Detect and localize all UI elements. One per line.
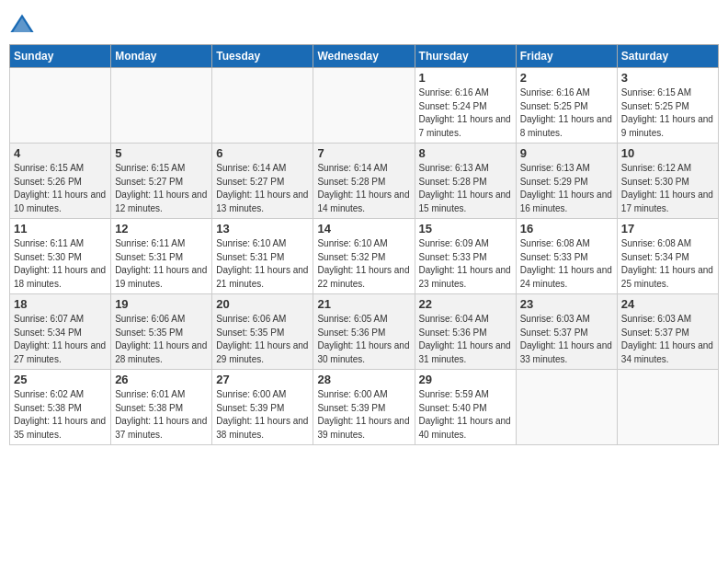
day-number: 18: [14, 297, 107, 311]
day-number: 3: [621, 71, 714, 85]
calendar-cell: 9Sunrise: 6:13 AMSunset: 5:29 PMDaylight…: [516, 144, 617, 219]
calendar-week-2: 11Sunrise: 6:11 AMSunset: 5:30 PMDayligh…: [10, 219, 719, 294]
header-thursday: Thursday: [415, 45, 516, 68]
day-number: 25: [14, 373, 107, 386]
calendar-cell: 18Sunrise: 6:07 AMSunset: 5:34 PMDayligh…: [10, 294, 111, 370]
day-number: 26: [115, 373, 208, 386]
calendar-cell: 28Sunrise: 6:00 AMSunset: 5:39 PMDayligh…: [313, 370, 415, 445]
day-number: 13: [216, 222, 309, 236]
sun-info: Sunrise: 6:14 AMSunset: 5:27 PMDaylight:…: [216, 162, 309, 215]
day-number: 23: [520, 297, 613, 311]
day-number: 16: [520, 222, 613, 236]
sun-info: Sunrise: 6:12 AMSunset: 5:30 PMDaylight:…: [621, 162, 714, 215]
logo-icon: [9, 13, 35, 39]
calendar-cell: 5Sunrise: 6:15 AMSunset: 5:27 PMDaylight…: [111, 144, 212, 219]
sun-info: Sunrise: 6:05 AMSunset: 5:36 PMDaylight:…: [317, 313, 410, 366]
day-number: 6: [216, 146, 309, 160]
day-number: 21: [317, 297, 410, 311]
calendar-cell: [212, 68, 313, 144]
calendar-cell: 14Sunrise: 6:10 AMSunset: 5:32 PMDayligh…: [313, 219, 415, 294]
day-number: 27: [216, 373, 309, 386]
day-number: 4: [14, 146, 107, 160]
calendar-cell: 3Sunrise: 6:15 AMSunset: 5:25 PMDaylight…: [617, 68, 718, 144]
calendar-week-1: 4Sunrise: 6:15 AMSunset: 5:26 PMDaylight…: [10, 144, 719, 219]
sun-info: Sunrise: 6:03 AMSunset: 5:37 PMDaylight:…: [621, 313, 714, 366]
sun-info: Sunrise: 6:13 AMSunset: 5:28 PMDaylight:…: [419, 162, 512, 215]
calendar-cell: [111, 68, 212, 144]
calendar-cell: 2Sunrise: 6:16 AMSunset: 5:25 PMDaylight…: [516, 68, 617, 144]
header-tuesday: Tuesday: [212, 45, 313, 68]
calendar-cell: 15Sunrise: 6:09 AMSunset: 5:33 PMDayligh…: [415, 219, 516, 294]
header-friday: Friday: [516, 45, 617, 68]
sun-info: Sunrise: 6:00 AMSunset: 5:39 PMDaylight:…: [317, 388, 410, 442]
day-number: 19: [115, 297, 208, 311]
calendar-cell: 4Sunrise: 6:15 AMSunset: 5:26 PMDaylight…: [10, 144, 111, 219]
sun-info: Sunrise: 6:00 AMSunset: 5:39 PMDaylight:…: [216, 388, 309, 442]
calendar-cell: 20Sunrise: 6:06 AMSunset: 5:35 PMDayligh…: [212, 294, 313, 370]
sun-info: Sunrise: 6:08 AMSunset: 5:34 PMDaylight:…: [621, 237, 714, 291]
sun-info: Sunrise: 6:11 AMSunset: 5:31 PMDaylight:…: [115, 237, 208, 291]
sun-info: Sunrise: 6:03 AMSunset: 5:37 PMDaylight:…: [520, 313, 613, 366]
calendar-cell: [313, 68, 415, 144]
sun-info: Sunrise: 5:59 AMSunset: 5:40 PMDaylight:…: [419, 388, 512, 442]
calendar-cell: 12Sunrise: 6:11 AMSunset: 5:31 PMDayligh…: [111, 219, 212, 294]
sun-info: Sunrise: 6:10 AMSunset: 5:32 PMDaylight:…: [317, 237, 410, 291]
calendar-week-0: 1Sunrise: 6:16 AMSunset: 5:24 PMDaylight…: [10, 68, 719, 144]
day-number: 14: [317, 222, 410, 236]
calendar-cell: 10Sunrise: 6:12 AMSunset: 5:30 PMDayligh…: [617, 144, 718, 219]
calendar-cell: 6Sunrise: 6:14 AMSunset: 5:27 PMDaylight…: [212, 144, 313, 219]
page-header: [9, 9, 719, 39]
calendar-cell: 1Sunrise: 6:16 AMSunset: 5:24 PMDaylight…: [415, 68, 516, 144]
calendar-cell: 29Sunrise: 5:59 AMSunset: 5:40 PMDayligh…: [415, 370, 516, 445]
calendar-table: SundayMondayTuesdayWednesdayThursdayFrid…: [9, 44, 719, 445]
calendar-cell: 23Sunrise: 6:03 AMSunset: 5:37 PMDayligh…: [516, 294, 617, 370]
sun-info: Sunrise: 6:14 AMSunset: 5:28 PMDaylight:…: [317, 162, 410, 215]
sun-info: Sunrise: 6:13 AMSunset: 5:29 PMDaylight:…: [520, 162, 613, 215]
calendar-cell: 27Sunrise: 6:00 AMSunset: 5:39 PMDayligh…: [212, 370, 313, 445]
sun-info: Sunrise: 6:11 AMSunset: 5:30 PMDaylight:…: [14, 237, 107, 291]
calendar-cell: 7Sunrise: 6:14 AMSunset: 5:28 PMDaylight…: [313, 144, 415, 219]
day-number: 15: [419, 222, 512, 236]
calendar-week-3: 18Sunrise: 6:07 AMSunset: 5:34 PMDayligh…: [10, 294, 719, 370]
sun-info: Sunrise: 6:15 AMSunset: 5:26 PMDaylight:…: [14, 162, 107, 215]
calendar-header-row: SundayMondayTuesdayWednesdayThursdayFrid…: [10, 45, 719, 68]
calendar-cell: 25Sunrise: 6:02 AMSunset: 5:38 PMDayligh…: [10, 370, 111, 445]
calendar-cell: [516, 370, 617, 445]
sun-info: Sunrise: 6:08 AMSunset: 5:33 PMDaylight:…: [520, 237, 613, 291]
day-number: 29: [419, 373, 512, 386]
day-number: 12: [115, 222, 208, 236]
day-number: 2: [520, 71, 613, 85]
sun-info: Sunrise: 6:06 AMSunset: 5:35 PMDaylight:…: [115, 313, 208, 366]
calendar-cell: 17Sunrise: 6:08 AMSunset: 5:34 PMDayligh…: [617, 219, 718, 294]
day-number: 8: [419, 146, 512, 160]
calendar-cell: [10, 68, 111, 144]
calendar-cell: 26Sunrise: 6:01 AMSunset: 5:38 PMDayligh…: [111, 370, 212, 445]
header-sunday: Sunday: [10, 45, 111, 68]
day-number: 22: [419, 297, 512, 311]
logo: [9, 13, 39, 39]
header-monday: Monday: [111, 45, 212, 68]
calendar-cell: 24Sunrise: 6:03 AMSunset: 5:37 PMDayligh…: [617, 294, 718, 370]
day-number: 1: [419, 71, 512, 85]
day-number: 28: [317, 373, 410, 386]
sun-info: Sunrise: 6:02 AMSunset: 5:38 PMDaylight:…: [14, 388, 107, 442]
header-wednesday: Wednesday: [313, 45, 415, 68]
calendar-cell: 16Sunrise: 6:08 AMSunset: 5:33 PMDayligh…: [516, 219, 617, 294]
day-number: 10: [621, 146, 714, 160]
sun-info: Sunrise: 6:16 AMSunset: 5:25 PMDaylight:…: [520, 86, 613, 140]
calendar-week-4: 25Sunrise: 6:02 AMSunset: 5:38 PMDayligh…: [10, 370, 719, 445]
sun-info: Sunrise: 6:15 AMSunset: 5:25 PMDaylight:…: [621, 86, 714, 140]
day-number: 24: [621, 297, 714, 311]
header-saturday: Saturday: [617, 45, 718, 68]
sun-info: Sunrise: 6:01 AMSunset: 5:38 PMDaylight:…: [115, 388, 208, 442]
calendar-cell: 11Sunrise: 6:11 AMSunset: 5:30 PMDayligh…: [10, 219, 111, 294]
sun-info: Sunrise: 6:15 AMSunset: 5:27 PMDaylight:…: [115, 162, 208, 215]
calendar-cell: 8Sunrise: 6:13 AMSunset: 5:28 PMDaylight…: [415, 144, 516, 219]
day-number: 5: [115, 146, 208, 160]
sun-info: Sunrise: 6:06 AMSunset: 5:35 PMDaylight:…: [216, 313, 309, 366]
day-number: 7: [317, 146, 410, 160]
calendar-cell: 19Sunrise: 6:06 AMSunset: 5:35 PMDayligh…: [111, 294, 212, 370]
calendar-cell: 22Sunrise: 6:04 AMSunset: 5:36 PMDayligh…: [415, 294, 516, 370]
calendar-cell: [617, 370, 718, 445]
sun-info: Sunrise: 6:07 AMSunset: 5:34 PMDaylight:…: [14, 313, 107, 366]
